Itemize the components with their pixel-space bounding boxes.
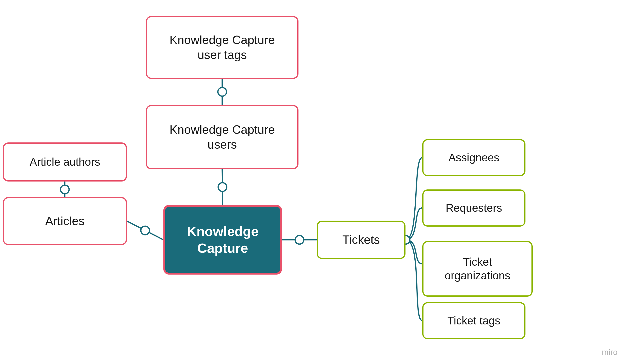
ticket-tags-node: Ticket tags — [422, 302, 525, 339]
knowledge-capture-user-tags-node: Knowledge Capture user tags — [146, 16, 298, 79]
miro-watermark: miro — [602, 348, 617, 357]
svg-point-9 — [295, 236, 304, 244]
ticket-organizations-node: Ticket organizations — [422, 241, 533, 296]
ticket-tags-label: Ticket tags — [447, 314, 500, 328]
knowledge-capture-user-tags-label: Knowledge Capture user tags — [169, 32, 275, 62]
svg-point-3 — [218, 183, 227, 191]
svg-point-1 — [218, 88, 227, 96]
knowledge-capture-label: Knowledge Capture — [187, 223, 259, 256]
article-authors-node: Article authors — [3, 142, 127, 182]
tickets-node: Tickets — [317, 220, 405, 259]
requesters-node: Requesters — [422, 190, 525, 226]
assignees-label: Assignees — [448, 151, 499, 165]
knowledge-capture-users-node: Knowledge Capture users — [146, 105, 298, 169]
svg-point-5 — [61, 185, 69, 194]
articles-label: Articles — [45, 214, 85, 229]
tickets-label: Tickets — [342, 232, 380, 248]
svg-point-7 — [141, 226, 150, 235]
articles-node: Articles — [3, 197, 127, 245]
assignees-node: Assignees — [422, 139, 525, 176]
article-authors-label: Article authors — [30, 155, 100, 169]
ticket-organizations-label: Ticket organizations — [445, 255, 510, 283]
requesters-label: Requesters — [446, 201, 502, 215]
knowledge-capture-node: Knowledge Capture — [163, 205, 282, 274]
knowledge-capture-users-label: Knowledge Capture users — [169, 122, 275, 152]
